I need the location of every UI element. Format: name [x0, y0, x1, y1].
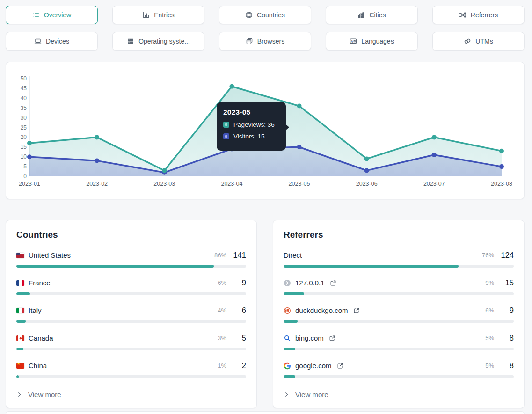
- progress-track: [16, 320, 246, 323]
- browser-icon: [246, 37, 253, 45]
- pageviews-point-2023-02[interactable]: [95, 135, 99, 139]
- progress-track: [16, 265, 246, 268]
- progress-fill: [284, 375, 295, 378]
- progress-track: [284, 320, 514, 323]
- y-tick-label: 5: [23, 163, 27, 170]
- pageviews-point-2023-07[interactable]: [432, 135, 437, 139]
- referrers-view-more-link[interactable]: View more: [284, 391, 514, 399]
- referrers-rows: Direct 76% 124 127.0.0.1: [284, 250, 514, 378]
- country-percent: 3%: [198, 334, 226, 341]
- progress-fill: [284, 348, 295, 350]
- progress-fill: [284, 292, 304, 295]
- country-count: 6: [226, 306, 246, 315]
- country-name: Canada: [29, 334, 53, 342]
- traffic-chart-card: 051015202530354045502023-012023-022023-0…: [6, 62, 525, 199]
- country-count: 2: [226, 361, 246, 370]
- pageviews-point-2023-08[interactable]: [499, 149, 504, 153]
- country-name: China: [29, 362, 47, 370]
- referrer-name: google.com: [295, 362, 332, 370]
- duckduckgo-icon: [284, 307, 291, 314]
- tab-utms[interactable]: UTMs: [432, 32, 525, 51]
- chart-tooltip: 2023-05 Pageviews: 36 Visitors: 15: [217, 102, 286, 151]
- progress-track: [16, 348, 246, 350]
- external-link-icon[interactable]: [330, 280, 336, 286]
- tab-overview[interactable]: Overview: [6, 6, 98, 24]
- flag-cn-icon: [16, 363, 24, 369]
- progress-fill: [284, 320, 298, 323]
- progress-track: [16, 375, 246, 378]
- country-name: Italy: [29, 306, 42, 314]
- referrer-direct[interactable]: Direct 76% 124: [284, 250, 514, 268]
- tab-label: Operating syste...: [138, 37, 190, 45]
- referrer-google-com[interactable]: google.com 5% 8: [284, 361, 514, 378]
- referrer-name: bing.com: [295, 334, 324, 342]
- series-swatch-icon: [223, 122, 229, 128]
- country-united-states[interactable]: United States 86% 141: [16, 250, 246, 268]
- referrer-count: 15: [494, 278, 514, 287]
- referrer-bing-com[interactable]: bing.com 5% 8: [284, 333, 514, 350]
- y-tick-label: 20: [21, 134, 27, 140]
- pageviews-point-2023-04[interactable]: [229, 84, 234, 89]
- referrer-percent: 5%: [466, 334, 494, 341]
- tab-entries[interactable]: Entries: [112, 6, 204, 24]
- tab-languages[interactable]: Aa Languages: [326, 32, 418, 51]
- referrer-name: 127.0.0.1: [295, 279, 325, 287]
- pageviews-point-2023-03[interactable]: [162, 168, 167, 173]
- country-percent: 4%: [198, 307, 226, 314]
- y-tick-label: 50: [21, 75, 27, 82]
- tooltip-series-row: Visitors: 15: [223, 133, 279, 140]
- tab-label: Browsers: [257, 37, 284, 45]
- referrer-count: 9: [494, 306, 514, 315]
- referrer-duckduckgo-com[interactable]: duckduckgo.com 6% 9: [284, 305, 514, 323]
- flag-fr-icon: [16, 280, 24, 286]
- country-canada[interactable]: Canada 3% 5: [16, 333, 246, 350]
- tab-label: Referrers: [471, 11, 498, 19]
- tab-cities[interactable]: Cities: [326, 6, 418, 24]
- visitors-point-2023-07[interactable]: [432, 153, 437, 157]
- visitors-point-2023-02[interactable]: [95, 159, 99, 163]
- referrer-127-0-0-1[interactable]: 127.0.0.1 9% 15: [284, 278, 514, 295]
- tab-countries[interactable]: Countries: [219, 6, 311, 24]
- external-link-icon[interactable]: [337, 363, 343, 369]
- country-france[interactable]: France 6% 9: [16, 278, 246, 295]
- progress-fill: [16, 375, 19, 378]
- google-icon: [284, 362, 291, 370]
- tab-label: UTMs: [475, 37, 493, 45]
- external-link-icon[interactable]: [329, 335, 335, 341]
- flag-it-icon: [16, 308, 24, 313]
- referrer-name: duckduckgo.com: [295, 306, 348, 314]
- tab-operating-syste[interactable]: Operating syste...: [112, 32, 204, 51]
- list-icon: [32, 11, 40, 19]
- visitors-point-2023-08[interactable]: [499, 164, 504, 169]
- external-link-icon[interactable]: [353, 307, 360, 314]
- tab-devices[interactable]: Devices: [6, 32, 98, 51]
- laptop-icon: [34, 37, 42, 45]
- progress-track: [284, 292, 514, 295]
- y-tick-label: 0: [23, 173, 27, 180]
- visitors-point-2023-01[interactable]: [27, 154, 32, 159]
- country-china[interactable]: China 1% 2: [16, 361, 246, 378]
- x-tick-label: 2023-08: [491, 181, 512, 187]
- visitors-point-2023-05[interactable]: [297, 145, 302, 149]
- country-percent: 6%: [198, 279, 226, 286]
- tab-referrers[interactable]: Referrers: [432, 6, 525, 24]
- country-count: 5: [226, 334, 246, 342]
- tab-browsers[interactable]: Browsers: [219, 32, 311, 51]
- visitors-point-2023-06[interactable]: [364, 168, 369, 173]
- referrer-percent: 5%: [466, 362, 494, 369]
- flag-us-icon: [16, 253, 24, 258]
- countries-view-more-link[interactable]: View more: [16, 391, 246, 399]
- pageviews-point-2023-06[interactable]: [364, 156, 369, 161]
- tab-label: Countries: [257, 11, 285, 19]
- pageviews-point-2023-05[interactable]: [297, 104, 302, 109]
- view-more-label: View more: [295, 391, 328, 399]
- pageviews-point-2023-01[interactable]: [27, 141, 32, 145]
- chevron-circle-icon: [284, 279, 291, 287]
- tooltip-series-value: Visitors: 15: [233, 133, 265, 140]
- countries-rows: United States 86% 141 France 6% 9: [16, 250, 246, 378]
- chevron-right-icon: [284, 392, 290, 398]
- country-italy[interactable]: Italy 4% 6: [16, 305, 246, 323]
- link-icon: [464, 37, 471, 45]
- countries-card: Countries United States 86% 141: [6, 220, 257, 408]
- progress-fill: [284, 265, 459, 268]
